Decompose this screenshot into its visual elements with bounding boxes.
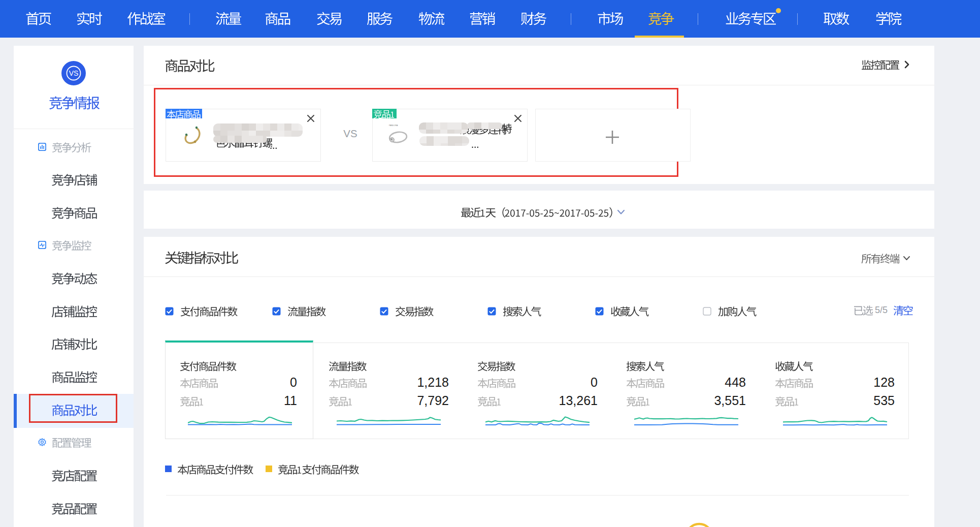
svg-text:VS: VS: [69, 69, 79, 77]
svg-text:PANDORA: PANDORA: [389, 125, 398, 127]
